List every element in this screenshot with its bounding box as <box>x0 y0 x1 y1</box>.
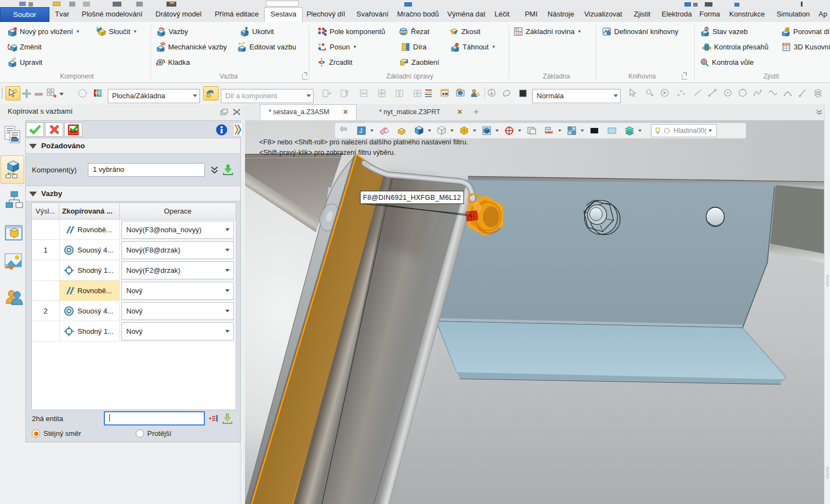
svg-text:BOM: BOM <box>783 43 789 46</box>
svg-text:J: J <box>359 127 363 134</box>
svg-text:1: 1 <box>515 31 517 35</box>
svg-text:F8@DIN6921_HXFGB_M6L12: F8@DIN6921_HXFGB_M6L12 <box>363 194 461 201</box>
svg-text:2: 2 <box>519 31 521 35</box>
